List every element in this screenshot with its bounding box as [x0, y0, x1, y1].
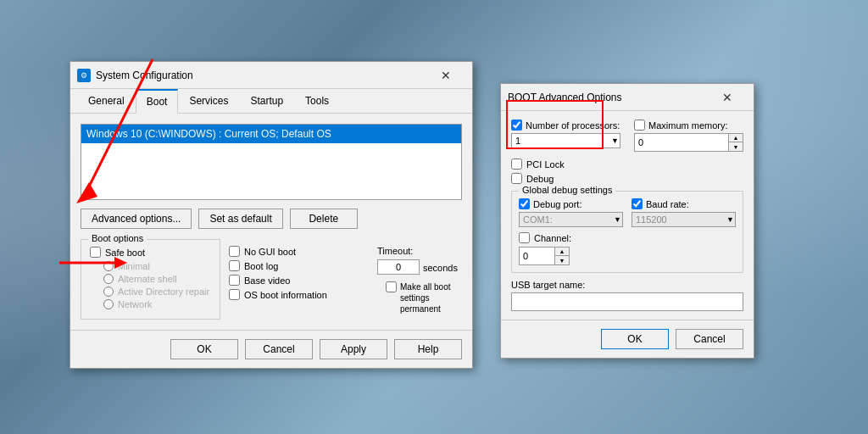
tab-startup[interactable]: Startup: [239, 89, 294, 114]
boot-advanced-ok-button[interactable]: OK: [601, 329, 669, 349]
channel-down-btn[interactable]: ▼: [555, 256, 569, 264]
max-memory-up-btn[interactable]: ▲: [729, 134, 743, 142]
max-memory-spinbox-btns: ▲ ▼: [728, 134, 743, 151]
num-processors-label-row: Number of processors:: [511, 120, 620, 131]
active-directory-repair-row: Active Directory repair: [103, 287, 211, 297]
channel-spinbox-btns: ▲ ▼: [554, 248, 569, 264]
pci-lock-checkbox[interactable]: [511, 159, 522, 170]
baud-rate-select[interactable]: 115200 57600 38400 19200 9600: [632, 212, 736, 227]
minimal-radio[interactable]: [103, 261, 114, 271]
apply-button[interactable]: Apply: [320, 339, 387, 359]
boot-advanced-cancel-button[interactable]: Cancel: [676, 329, 743, 349]
ok-button[interactable]: OK: [170, 339, 238, 359]
processors-memory-row: Number of processors: 1 2 4 8 ▼ Maximum …: [511, 120, 743, 152]
channel-input[interactable]: [520, 248, 554, 264]
make-permanent-label: Make all boot settings permanent: [400, 281, 462, 314]
debug-port-baud-row: Debug port: COM1: COM2: COM3: ▼ B: [519, 198, 736, 227]
channel-label: Channel:: [534, 233, 571, 243]
no-gui-boot-checkbox[interactable]: [229, 246, 240, 257]
boot-advanced-bottom-buttons: OK Cancel: [501, 320, 754, 358]
boot-options-label: Boot options: [88, 233, 147, 243]
active-directory-repair-radio[interactable]: [103, 287, 114, 297]
boot-advanced-dialog: BOOT Advanced Options ✕ Number of proces…: [500, 83, 754, 359]
num-processors-checkbox[interactable]: [511, 120, 522, 131]
advanced-options-button[interactable]: Advanced options...: [81, 209, 192, 229]
safe-boot-label: Safe boot: [105, 248, 145, 258]
channel-label-row: Channel:: [519, 232, 736, 243]
global-debug-section: Global debug settings Debug port: COM1: …: [511, 191, 743, 273]
max-memory-checkbox[interactable]: [634, 120, 645, 131]
debug-port-col: Debug port: COM1: COM2: COM3: ▼: [519, 198, 623, 227]
os-list[interactable]: Windows 10 (C:\WINDOWS) : Current OS; De…: [81, 124, 462, 200]
tab-general[interactable]: General: [77, 89, 136, 114]
system-config-dialog: ⚙ System Configuration ✕ General Boot Se…: [70, 61, 473, 369]
max-memory-label-row: Maximum memory:: [634, 120, 743, 131]
minimal-label: Minimal: [118, 261, 150, 271]
tab-boot[interactable]: Boot: [136, 89, 179, 114]
system-config-close-button[interactable]: ✕: [426, 62, 465, 89]
boot-log-label: Boot log: [244, 261, 278, 271]
debug-port-checkbox[interactable]: [519, 198, 530, 209]
debug-port-label: Debug port:: [533, 199, 581, 209]
no-gui-boot-label: No GUI boot: [244, 247, 296, 257]
network-radio[interactable]: [103, 299, 114, 309]
tab-services[interactable]: Services: [178, 89, 239, 114]
usb-target-section: USB target name:: [511, 280, 743, 311]
num-processors-select-wrapper: 1 2 4 8 ▼: [511, 133, 620, 148]
alternate-shell-radio[interactable]: [103, 274, 114, 284]
boot-log-row: Boot log: [229, 260, 369, 271]
timeout-input[interactable]: 0: [377, 259, 420, 275]
tab-tools[interactable]: Tools: [294, 89, 340, 114]
no-gui-boot-row: No GUI boot: [229, 246, 369, 257]
network-row: Network: [103, 299, 211, 309]
system-config-titlebar: ⚙ System Configuration ✕: [70, 62, 472, 89]
max-memory-down-btn[interactable]: ▼: [729, 142, 743, 151]
set-default-button[interactable]: Set as default: [198, 209, 282, 229]
boot-advanced-titlebar: BOOT Advanced Options ✕: [501, 84, 754, 111]
active-directory-repair-label: Active Directory repair: [118, 287, 209, 297]
debug-row: Debug: [511, 173, 743, 184]
make-permanent-row: Make all boot settings permanent: [386, 281, 462, 314]
minimal-row: Minimal: [103, 261, 211, 271]
alternate-shell-row: Alternate shell: [103, 274, 211, 284]
max-memory-input[interactable]: [635, 134, 728, 151]
os-boot-info-checkbox[interactable]: [229, 289, 240, 300]
channel-up-btn[interactable]: ▲: [555, 248, 569, 256]
debug-checkbox[interactable]: [511, 173, 522, 184]
baud-rate-label-row: Baud rate:: [632, 198, 736, 209]
num-processors-select[interactable]: 1 2 4 8: [511, 133, 620, 148]
baud-rate-checkbox[interactable]: [632, 198, 643, 209]
num-processors-col: Number of processors: 1 2 4 8 ▼: [511, 120, 620, 148]
debug-port-select-wrapper: COM1: COM2: COM3: ▼: [519, 212, 623, 227]
boot-advanced-titlebar-left: BOOT Advanced Options: [508, 92, 622, 103]
help-button[interactable]: Help: [394, 339, 462, 359]
titlebar-left: ⚙ System Configuration: [77, 69, 193, 82]
boot-advanced-content: Number of processors: 1 2 4 8 ▼ Maximum …: [501, 111, 754, 320]
os-boot-info-label: OS boot information: [244, 290, 327, 300]
system-config-icon: ⚙: [77, 69, 91, 82]
make-permanent-checkbox[interactable]: [386, 281, 397, 292]
base-video-row: Base video: [229, 275, 369, 286]
delete-button[interactable]: Delete: [290, 209, 358, 229]
os-list-item[interactable]: Windows 10 (C:\WINDOWS) : Current OS; De…: [81, 125, 461, 143]
boot-log-checkbox[interactable]: [229, 260, 240, 271]
max-memory-label: Maximum memory:: [648, 120, 728, 131]
channel-checkbox[interactable]: [519, 232, 530, 243]
boot-options-section: Boot options Safe boot Minimal Alternate…: [81, 239, 220, 320]
base-video-checkbox[interactable]: [229, 275, 240, 286]
usb-target-label: USB target name:: [511, 280, 743, 290]
safe-boot-row: Safe boot: [90, 247, 211, 258]
system-config-bottom-buttons: OK Cancel Apply Help: [70, 330, 472, 368]
debug-port-select[interactable]: COM1: COM2: COM3:: [519, 212, 623, 227]
baud-rate-label: Baud rate:: [646, 199, 689, 209]
max-memory-col: Maximum memory: ▲ ▼: [634, 120, 743, 152]
safe-boot-checkbox[interactable]: [90, 247, 101, 258]
usb-target-input[interactable]: [511, 292, 743, 311]
cancel-button[interactable]: Cancel: [245, 339, 313, 359]
debug-label: Debug: [526, 174, 554, 184]
max-memory-spinbox: ▲ ▼: [634, 133, 743, 152]
num-processors-label: Number of processors:: [526, 120, 620, 131]
network-label: Network: [118, 299, 152, 309]
boot-action-buttons: Advanced options... Set as default Delet…: [81, 209, 462, 229]
boot-advanced-close-button[interactable]: ✕: [708, 84, 747, 111]
